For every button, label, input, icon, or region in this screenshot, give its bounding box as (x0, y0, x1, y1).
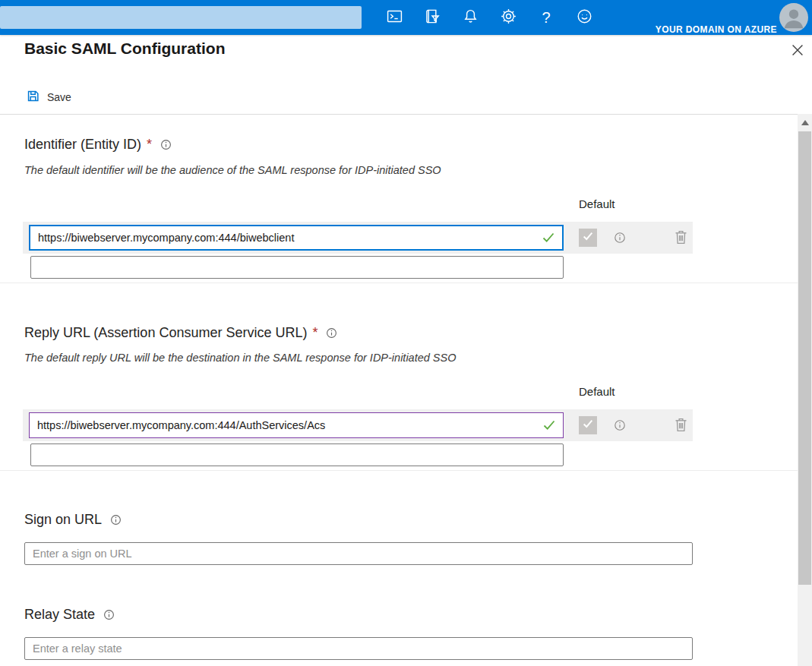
info-icon[interactable] (109, 513, 122, 526)
close-icon (789, 42, 806, 61)
info-icon[interactable] (613, 231, 627, 245)
reply-url-default-checkbox[interactable] (579, 416, 597, 434)
azure-top-bar: ? YOUR DOMAIN ON AZURE (0, 0, 812, 35)
delete-row-button[interactable] (673, 229, 689, 246)
save-button[interactable]: Save (24, 87, 73, 107)
feedback-button[interactable] (565, 0, 603, 35)
identifier-input-wrap (29, 225, 564, 251)
reply-url-new-entry-input[interactable] (30, 443, 564, 466)
reply-url-value-row (23, 409, 693, 441)
identifier-new-entry-input[interactable] (30, 256, 564, 279)
reply-url-input[interactable] (30, 413, 542, 437)
identifier-description: The default identifier will be the audie… (24, 164, 441, 176)
checkbox-check-icon (582, 418, 594, 433)
sign-on-url-input[interactable] (24, 542, 693, 565)
close-button[interactable] (788, 41, 807, 61)
default-column-header: Default (579, 385, 615, 398)
save-icon (26, 89, 40, 106)
settings-button[interactable] (489, 0, 527, 35)
cloud-shell-button[interactable] (375, 0, 413, 35)
person-icon (779, 21, 808, 32)
smiley-icon (576, 8, 593, 28)
global-search-input[interactable] (0, 6, 362, 29)
reply-url-heading-label: Reply URL (Assertion Consumer Service UR… (24, 325, 307, 341)
help-icon: ? (542, 10, 550, 25)
relay-state-section-heading: Relay State (24, 607, 115, 623)
default-column-header: Default (579, 197, 615, 210)
relay-state-input[interactable] (24, 637, 693, 660)
identifier-section-heading: Identifier (Entity ID) * (24, 137, 172, 153)
info-icon[interactable] (160, 138, 172, 151)
identifier-value-row (23, 222, 693, 254)
relay-state-heading-label: Relay State (24, 607, 95, 623)
directory-filter-icon (424, 8, 441, 28)
identifier-heading-label: Identifier (Entity ID) (24, 137, 141, 153)
scroll-up-arrow-icon (801, 120, 809, 125)
identifier-default-checkbox[interactable] (579, 229, 597, 247)
notifications-button[interactable] (451, 0, 489, 35)
delete-row-button[interactable] (673, 416, 689, 434)
scrollbar-thumb[interactable] (798, 131, 811, 585)
header-divider (0, 114, 798, 115)
info-icon[interactable] (325, 327, 338, 339)
bell-icon (462, 8, 479, 28)
required-marker: * (312, 325, 318, 341)
save-button-label: Save (47, 91, 71, 103)
page-title: Basic SAML Configuration (24, 39, 225, 58)
top-bar-icon-group: ? (375, 0, 603, 35)
valid-check-icon (542, 418, 556, 432)
domain-label: YOUR DOMAIN ON AZURE (656, 0, 777, 40)
section-divider (0, 470, 798, 471)
valid-check-icon (542, 231, 555, 245)
required-marker: * (147, 137, 152, 153)
sign-on-url-section-heading: Sign on URL (24, 512, 122, 528)
section-divider (0, 282, 798, 283)
info-icon[interactable] (613, 418, 627, 432)
gear-icon (500, 8, 517, 28)
vertical-scrollbar[interactable] (798, 114, 812, 666)
account-avatar[interactable] (779, 3, 808, 32)
reply-url-section-heading: Reply URL (Assertion Consumer Service UR… (24, 325, 338, 341)
reply-url-description: The default reply URL will be the destin… (24, 352, 457, 364)
sign-on-url-heading-label: Sign on URL (24, 512, 102, 528)
identifier-url-input[interactable] (30, 226, 542, 249)
scroll-up-button[interactable] (798, 116, 812, 128)
reply-url-input-wrap (29, 412, 564, 438)
cloud-shell-icon (386, 8, 403, 28)
basic-saml-configuration-panel: ? YOUR DOMAIN ON AZURE (0, 0, 812, 666)
checkbox-check-icon (582, 230, 594, 245)
info-icon[interactable] (103, 608, 115, 621)
help-button[interactable]: ? (527, 0, 565, 35)
directory-filter-button[interactable] (413, 0, 451, 35)
